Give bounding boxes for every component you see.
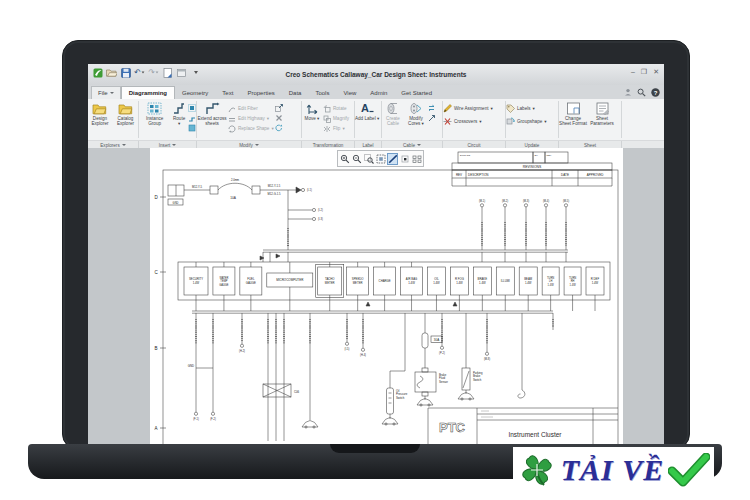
connector-label: (I-5) (345, 347, 350, 351)
stamp-rev: REV (547, 154, 552, 157)
grid-button[interactable] (411, 153, 422, 165)
svg-text:A: A (361, 102, 369, 114)
delete-icon[interactable] (275, 114, 283, 122)
tab-geometry[interactable]: Geometry (175, 88, 215, 99)
instrument-cluster: SECURITY1.4WWATERTEMPGAUGEFUELGAUGEMICRO… (178, 262, 610, 311)
connector-label: (I-1) (307, 188, 312, 192)
restore-button[interactable]: ❐ (641, 68, 647, 76)
sheet-parameters-button[interactable]: Sheet Parameters (588, 101, 616, 126)
magnify-icon (323, 115, 331, 123)
catalog-explorer-button[interactable]: Catalog Explorer (113, 101, 138, 126)
drawing-canvas[interactable]: D C B A DWG NO SH REV REVISIONS REV DESC… (88, 148, 664, 444)
ribbon: Design Explorer Catalog Explorer Instanc… (88, 99, 664, 140)
promote-icon[interactable] (275, 104, 283, 112)
group-explorers: Design Explorer Catalog Explorer (88, 99, 138, 140)
connector-label: (I-2) (318, 208, 323, 212)
bottom-wires: (F-1)(F-2)(H-2)(I-5)(H-4)(P-2)(M-8) (193, 313, 553, 441)
tab-get-started[interactable]: Get Started (394, 88, 439, 99)
connector-label: (F-2) (210, 417, 216, 421)
create-cable-button[interactable]: Create Cable (382, 101, 404, 126)
design-explorer-button[interactable]: Design Explorer (88, 101, 112, 126)
chassis-ground-symbol (302, 421, 318, 428)
connector-terminal (240, 344, 243, 347)
labels-button[interactable]: Labels ▾ (506, 104, 547, 113)
connector-label: (I-3) (318, 217, 323, 221)
replace-shape-icon (228, 125, 236, 133)
wire-assignment-button[interactable]: Wire Assignment ▾ (443, 104, 493, 113)
magnify-button[interactable]: Magnify (323, 114, 349, 123)
add-label-button[interactable]: A Add Label ▾ (355, 101, 379, 121)
tab-admin[interactable]: Admin (363, 88, 394, 99)
zoom-fit-button[interactable] (375, 153, 386, 165)
cable-swap-icon[interactable] (428, 104, 436, 112)
search-icon[interactable] (637, 88, 646, 98)
group-insert: Instance Group Route ▾ (139, 99, 196, 140)
tab-text[interactable]: Text (215, 88, 240, 99)
component-label-parking: Parking Brake Switch (473, 371, 483, 382)
connector-label: (M-4) (543, 199, 549, 203)
checkmark-icon (668, 453, 710, 487)
window-title: Creo Schematics Callaway_Car Design Shee… (88, 64, 664, 85)
minimize-button[interactable]: – (631, 68, 635, 76)
row-letter: C (154, 270, 158, 275)
route-button[interactable]: Route ▾ (171, 101, 187, 126)
snap-point-button[interactable] (399, 153, 410, 165)
edit-fiber-button[interactable]: Edit Fiber (228, 104, 274, 113)
extend-across-icon (205, 102, 220, 115)
wire-label: M12-Y-5 (192, 185, 203, 189)
instance-group-icon (147, 102, 162, 115)
tab-view[interactable]: View (336, 88, 363, 99)
close-button[interactable]: ✕ (653, 68, 659, 76)
connector-label: (M-2) (502, 199, 508, 203)
cluster-box-label: CHARGE (379, 279, 391, 283)
tab-tools[interactable]: Tools (308, 88, 336, 99)
connector-label: (H-2) (239, 349, 245, 353)
junction-tool-icon[interactable] (188, 114, 196, 122)
revisions-col: DATE (561, 173, 569, 177)
revisions-col: REV (456, 173, 462, 177)
rotate-button[interactable]: Rotate (323, 104, 349, 113)
instance-group-button[interactable]: Instance Group (139, 101, 170, 126)
pen-tool-button[interactable] (387, 153, 398, 165)
move-button[interactable]: Move ▾ (302, 101, 322, 121)
cluster-box-label: SPEEDOMETER (352, 277, 364, 284)
fuse-gnd-label: GND (173, 201, 179, 205)
zoom-out-button[interactable] (351, 153, 362, 165)
clover-icon (517, 450, 557, 490)
edit-highway-button[interactable]: Edit Highway ▾ (228, 114, 274, 123)
crossover-icon (443, 117, 452, 126)
help-icon[interactable]: ? (651, 88, 660, 98)
svg-text:?: ? (654, 89, 658, 95)
tab-data[interactable]: Data (282, 88, 309, 99)
cluster-box-label: SECURITY1.4W (189, 277, 203, 284)
modify-cores-button[interactable]: Modify Cores ▾ (405, 101, 427, 126)
node-tool-icon[interactable] (188, 124, 196, 132)
groupshape-button[interactable]: Groupshape ▾ (506, 117, 547, 126)
change-sheet-format-button[interactable]: Change Sheet Format (559, 101, 587, 126)
connector-label: (P-2) (439, 351, 445, 355)
tab-diagramming[interactable]: Diagramming (121, 86, 175, 99)
fuse-rating-label: 10A (230, 196, 237, 200)
route-tool-icon[interactable] (188, 104, 196, 112)
crossovers-button[interactable]: Crossovers ▾ (443, 117, 493, 126)
cluster-box-label: BEAM1.4W (524, 277, 533, 284)
extend-across-sheets-button[interactable]: Extend across sheets (197, 101, 227, 126)
tab-file[interactable]: File (91, 86, 121, 99)
user-icon[interactable] (624, 88, 632, 97)
refresh-icon[interactable] (275, 124, 283, 132)
replace-shape-button[interactable]: Replace Shape ▾ (228, 124, 274, 133)
zoom-in-button[interactable] (339, 153, 350, 165)
cluster-box-label: ILLUMI (501, 279, 510, 283)
title-block-title: Instrument Cluster (508, 431, 562, 438)
connector-terminal (361, 348, 364, 351)
cable-route-icon[interactable] (428, 114, 436, 122)
flip-button[interactable]: Flip ▾ (323, 124, 349, 133)
zoom-window-button[interactable] (363, 153, 374, 165)
sheet-format-icon (566, 102, 581, 115)
cluster-outline (178, 262, 610, 300)
page: { "window": { "title": "Creo Schematics … (0, 0, 750, 500)
modify-cores-icon (409, 102, 423, 115)
title-block-logo: PTC (439, 420, 466, 435)
tab-properties[interactable]: Properties (240, 88, 281, 99)
download-badge[interactable]: TẢI VỀ (513, 447, 714, 492)
